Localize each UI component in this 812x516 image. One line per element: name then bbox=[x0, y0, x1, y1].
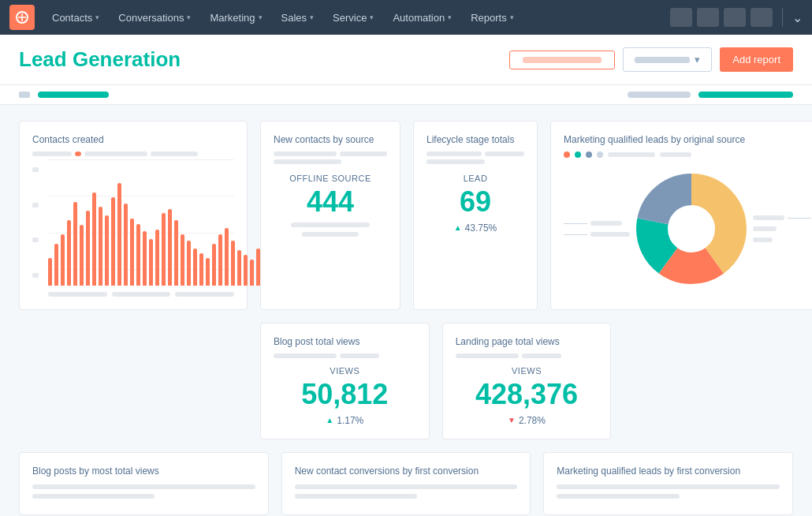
new-contacts-bar-2 bbox=[302, 232, 359, 237]
chart-bar bbox=[187, 241, 191, 286]
chart-bar bbox=[73, 202, 77, 286]
filter-dropdown-button[interactable]: ▾ bbox=[623, 47, 712, 72]
card-header-bars bbox=[32, 151, 234, 156]
new-contacts-bar bbox=[291, 222, 371, 227]
chart-bar bbox=[206, 258, 210, 286]
top-navigation: Contacts ▾ Conversations ▾ Marketing ▾ S… bbox=[0, 0, 812, 35]
landing-views-label: VIEWS bbox=[456, 366, 598, 376]
nav-automation[interactable]: Automation ▾ bbox=[385, 9, 460, 27]
chart-bar bbox=[61, 234, 65, 286]
blog-views-change: ▲ 1.17% bbox=[274, 415, 416, 426]
y-label-3 bbox=[32, 237, 39, 242]
chart-bar bbox=[80, 225, 84, 286]
nav-contacts[interactable]: Contacts ▾ bbox=[44, 9, 107, 27]
add-report-button[interactable]: Add report bbox=[720, 47, 793, 72]
up-arrow-icon: ▲ bbox=[454, 223, 462, 232]
ls-bar-2 bbox=[485, 151, 524, 156]
blog-views-value: 50,812 bbox=[274, 379, 416, 410]
nav-sales[interactable]: Sales ▾ bbox=[274, 9, 322, 27]
chart-bar bbox=[237, 250, 241, 286]
x-label-3 bbox=[175, 292, 234, 297]
main-content: Contacts created bbox=[0, 105, 812, 516]
chart-bar bbox=[250, 260, 254, 286]
nav-icon-1[interactable] bbox=[670, 8, 692, 27]
filter-pill-teal-right bbox=[698, 92, 793, 98]
filter-pill-gray bbox=[628, 92, 691, 98]
chart-bar bbox=[149, 239, 153, 286]
filter-left bbox=[19, 92, 109, 98]
nav-reports[interactable]: Reports ▾ bbox=[463, 9, 522, 27]
legend-dot-1 bbox=[564, 151, 570, 158]
chart-bar bbox=[117, 183, 121, 286]
bottom-bar-3 bbox=[295, 484, 518, 489]
legend-dot-3 bbox=[586, 151, 592, 158]
chevron-down-icon: ▾ bbox=[259, 13, 263, 21]
dropdown-chevron-icon: ▾ bbox=[695, 54, 700, 65]
bottom-card-3: Marketing qualified leads by first conve… bbox=[543, 452, 793, 515]
landing-page-views-card: Landing page total views VIEWS 428,376 ▼… bbox=[442, 323, 612, 439]
filter-pill-teal bbox=[38, 92, 109, 98]
second-row-grid: Blog post total views VIEWS 50,812 ▲ 1.1… bbox=[19, 323, 793, 439]
gridline bbox=[48, 196, 234, 196]
landing-views-change: ▼ 2.78% bbox=[456, 415, 598, 426]
nav-more-icon[interactable]: ⌄ bbox=[792, 10, 803, 25]
lifecycle-stage-card: Lifecycle stage totals LEAD 69 ▲ 43.75% bbox=[413, 121, 538, 310]
nc-bar-1 bbox=[274, 151, 337, 156]
down-arrow-icon: ▼ bbox=[508, 416, 516, 424]
chart-bar bbox=[99, 207, 102, 286]
landing-change-value: 2.78% bbox=[519, 415, 546, 426]
pie-label-row-4 bbox=[753, 226, 811, 231]
pie-text-bar-2 bbox=[590, 232, 630, 237]
pie-label-row-3 bbox=[753, 215, 811, 220]
pie-right-labels bbox=[753, 215, 811, 242]
nc-bars bbox=[274, 151, 387, 156]
date-range-button[interactable] bbox=[509, 50, 615, 69]
spacer-2 bbox=[624, 323, 793, 439]
chart-bar bbox=[174, 220, 178, 286]
chevron-down-icon: ▾ bbox=[95, 13, 99, 21]
pie-line-2 bbox=[564, 234, 587, 235]
lifecycle-change-value: 43.75% bbox=[465, 222, 497, 234]
pie-label-row-5 bbox=[753, 237, 811, 242]
bottom-bar-1 bbox=[32, 484, 255, 489]
pie-chart-container bbox=[564, 166, 811, 292]
pie-label-row-1 bbox=[564, 221, 630, 226]
chart-bar bbox=[111, 197, 115, 286]
nav-icon-3[interactable] bbox=[724, 8, 746, 27]
bar-chart-x-labels bbox=[48, 292, 234, 297]
nav-icon-2[interactable] bbox=[697, 8, 719, 27]
chart-bar bbox=[244, 255, 248, 286]
hubspot-logo[interactable] bbox=[9, 5, 35, 30]
chart-bar bbox=[130, 219, 134, 286]
chart-bar bbox=[86, 211, 90, 286]
bottom-cards-grid: Blog posts by most total views New conta… bbox=[19, 452, 793, 515]
bottom-bar-6 bbox=[557, 494, 679, 499]
nav-conversations[interactable]: Conversations ▾ bbox=[110, 9, 199, 27]
chart-bar bbox=[143, 231, 147, 286]
filter-bar bbox=[0, 85, 812, 105]
chart-bar bbox=[225, 228, 229, 286]
chart-bar bbox=[136, 224, 140, 286]
ls-bar-1 bbox=[426, 151, 482, 156]
pie-text-bar-3 bbox=[753, 215, 784, 220]
blog-post-views-card: Blog post total views VIEWS 50,812 ▲ 1.1… bbox=[260, 323, 430, 439]
pie-label-row-2 bbox=[564, 232, 630, 237]
nav-divider bbox=[782, 8, 783, 27]
page-header: Lead Generation ▾ Add report bbox=[0, 35, 812, 85]
nav-marketing[interactable]: Marketing ▾ bbox=[202, 9, 270, 27]
contacts-created-card: Contacts created bbox=[19, 121, 248, 310]
nav-icon-4[interactable] bbox=[751, 8, 773, 27]
bar-chart-wrapper bbox=[32, 159, 234, 297]
nav-service[interactable]: Service ▾ bbox=[325, 9, 382, 27]
marketing-qualified-card: Marketing qualified leads by original so… bbox=[550, 121, 812, 310]
lpv-bar-2 bbox=[522, 353, 561, 358]
chart-bar bbox=[105, 215, 109, 286]
chart-bar bbox=[212, 244, 216, 286]
gridline bbox=[48, 159, 234, 160]
chevron-down-icon: ▾ bbox=[187, 13, 191, 21]
chart-bar bbox=[54, 244, 58, 286]
pie-text-bar-4 bbox=[753, 226, 777, 231]
pie-text-bar-5 bbox=[753, 237, 773, 242]
nav-utility-icons: ⌄ bbox=[670, 8, 803, 27]
header-bar-3 bbox=[151, 151, 198, 156]
